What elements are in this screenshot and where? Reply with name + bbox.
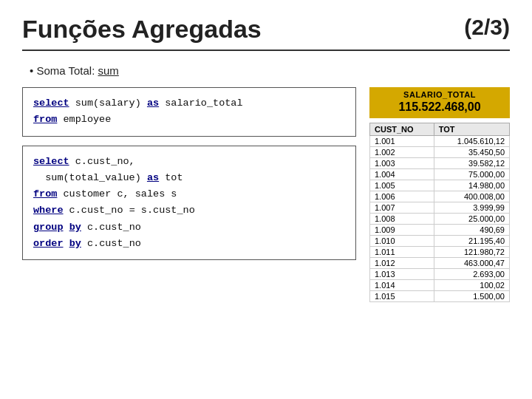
cell-cust-no: 1.005 <box>370 180 434 191</box>
summary-value: 115.522.468,00 <box>378 100 501 114</box>
cell-cust-no: 1.007 <box>370 202 434 214</box>
content-area: select sum(salary) as salario_total from… <box>22 87 510 302</box>
cell-tot: 463.000,47 <box>434 258 509 269</box>
code2-line2: sum(total_value) as tot <box>33 170 345 186</box>
cell-cust-no: 1.009 <box>370 225 434 236</box>
table-row: 1.01021.195,40 <box>370 236 510 247</box>
code2-line5: group by c.cust_no <box>33 219 345 236</box>
table-row: 1.0151.500,00 <box>370 291 510 302</box>
table-row: 1.012463.000,47 <box>370 258 510 269</box>
cell-cust-no: 1.010 <box>370 236 434 247</box>
code2-line6: order by c.cust_no <box>33 236 345 252</box>
cell-tot: 3.999,99 <box>434 202 509 214</box>
table-row: 1.00339.582,12 <box>370 158 510 169</box>
table-body: 1.0011.045.610,121.00235.450,501.00339.5… <box>370 136 510 302</box>
cell-cust-no: 1.003 <box>370 158 434 169</box>
page-title: Funções Agregadas <box>22 15 262 44</box>
code-line-2: from employee <box>33 112 345 128</box>
cell-cust-no: 1.002 <box>370 147 434 158</box>
bullet-keyword: sum <box>98 64 119 77</box>
table-row: 1.009490,69 <box>370 225 510 236</box>
code-line-1: select sum(salary) as salario_total <box>33 95 345 112</box>
code-block-1: select sum(salary) as salario_total from… <box>22 87 356 137</box>
cell-cust-no: 1.008 <box>370 214 434 225</box>
table-row: 1.006400.008,00 <box>370 191 510 202</box>
bullet-soma-total: • Soma Total: sum <box>22 64 510 77</box>
col-header-cust-no: CUST_NO <box>370 123 434 136</box>
page: Funções Agregadas (2/3) • Soma Total: su… <box>0 0 532 399</box>
cell-tot: 1.045.610,12 <box>434 136 509 147</box>
cell-tot: 21.195,40 <box>434 236 509 247</box>
table-row: 1.00514.980,00 <box>370 180 510 191</box>
cell-tot: 39.582,12 <box>434 158 509 169</box>
cell-tot: 400.008,00 <box>434 191 509 202</box>
cell-tot: 14.980,00 <box>434 180 509 191</box>
page-number: (2/3) <box>464 15 510 40</box>
table-row: 1.00235.450,50 <box>370 147 510 158</box>
col-header-tot: TOT <box>434 123 509 136</box>
cell-tot: 1.500,00 <box>434 291 509 302</box>
table-row: 1.011121.980,72 <box>370 247 510 258</box>
left-panel: select sum(salary) as salario_total from… <box>22 87 356 260</box>
code2-line1: select c.cust_no, <box>33 154 345 170</box>
bullet-prefix: • Soma Total: <box>30 64 98 77</box>
cell-tot: 35.450,50 <box>434 147 509 158</box>
summary-label: SALARIO_TOTAL <box>378 90 501 99</box>
cell-tot: 2.693,00 <box>434 269 509 280</box>
cell-cust-no: 1.015 <box>370 291 434 302</box>
cell-tot: 100,02 <box>434 280 509 291</box>
summary-box: SALARIO_TOTAL 115.522.468,00 <box>369 87 510 118</box>
cell-cust-no: 1.013 <box>370 269 434 280</box>
cell-tot: 490,69 <box>434 225 509 236</box>
table-row: 1.0132.693,00 <box>370 269 510 280</box>
cell-tot: 25.000,00 <box>434 214 509 225</box>
table-header-row: CUST_NO TOT <box>370 123 510 136</box>
table-row: 1.00825.000,00 <box>370 214 510 225</box>
code2-line4: where c.cust_no = s.cust_no <box>33 202 345 219</box>
cell-cust-no: 1.001 <box>370 136 434 147</box>
data-table: CUST_NO TOT 1.0011.045.610,121.00235.450… <box>369 123 510 302</box>
cell-cust-no: 1.011 <box>370 247 434 258</box>
cell-tot: 121.980,72 <box>434 247 509 258</box>
header: Funções Agregadas (2/3) <box>22 15 510 51</box>
table-head: CUST_NO TOT <box>370 123 510 136</box>
cell-cust-no: 1.006 <box>370 191 434 202</box>
cell-cust-no: 1.012 <box>370 258 434 269</box>
table-row: 1.0011.045.610,12 <box>370 136 510 147</box>
table-row: 1.00475.000,00 <box>370 169 510 180</box>
cell-cust-no: 1.004 <box>370 169 434 180</box>
code-block-2: select c.cust_no, sum(total_value) as to… <box>22 146 356 261</box>
table-row: 1.0073.999,99 <box>370 202 510 214</box>
right-panel: SALARIO_TOTAL 115.522.468,00 CUST_NO TOT… <box>369 87 510 302</box>
cell-tot: 75.000,00 <box>434 169 509 180</box>
cell-cust-no: 1.014 <box>370 280 434 291</box>
code2-line3: from customer c, sales s <box>33 186 345 202</box>
table-row: 1.014100,02 <box>370 280 510 291</box>
